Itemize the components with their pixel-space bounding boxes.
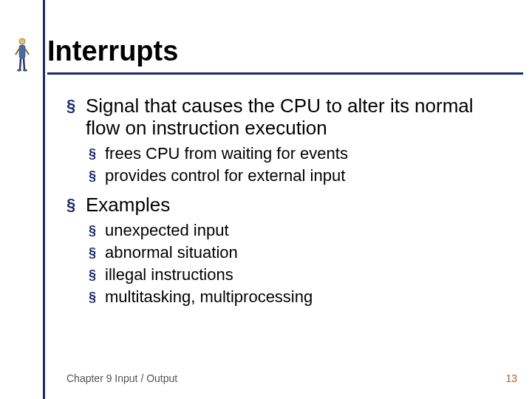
bullet-text: Signal that causes the CPU to alter its … <box>86 95 510 139</box>
bullet-level2: § frees CPU from waiting for events <box>89 143 510 164</box>
decorative-figure-icon <box>13 37 31 72</box>
title-underline <box>47 72 523 75</box>
svg-rect-1 <box>19 45 25 58</box>
svg-line-2 <box>16 49 19 55</box>
svg-line-5 <box>24 58 24 69</box>
footer-chapter: Chapter 9 Input / Output <box>66 372 177 384</box>
bullet-glyph: § <box>66 194 86 216</box>
svg-point-0 <box>19 38 25 44</box>
bullet-glyph: § <box>89 220 105 241</box>
footer-page-number: 13 <box>505 372 517 384</box>
bullet-level2: § abnormal situation <box>89 242 510 263</box>
bullet-glyph: § <box>89 287 105 307</box>
bullet-level2: § multitasking, multiprocessing <box>89 287 510 307</box>
bullet-glyph: § <box>89 166 105 186</box>
bullet-level2: § provides control for external input <box>89 166 510 186</box>
svg-point-7 <box>23 69 27 72</box>
bullet-glyph: § <box>89 265 105 285</box>
bullet-text: unexpected input <box>105 220 229 241</box>
bullet-text: Examples <box>86 194 170 216</box>
bullet-text: frees CPU from waiting for events <box>105 143 348 164</box>
sub-bullet-group: § frees CPU from waiting for events § pr… <box>89 143 510 186</box>
bullet-level2: § unexpected input <box>89 220 510 241</box>
bullet-text: provides control for external input <box>105 166 345 186</box>
svg-line-4 <box>20 58 21 69</box>
bullet-text: illegal instructions <box>105 265 233 285</box>
bullet-level1: § Examples <box>66 194 510 216</box>
bullet-text: multitasking, multiprocessing <box>105 287 313 307</box>
slide-title-wrap: Interrupts <box>47 37 517 66</box>
bullet-glyph: § <box>89 242 105 263</box>
slide-title: Interrupts <box>47 37 517 66</box>
bullet-glyph: § <box>66 95 86 139</box>
bullet-glyph: § <box>89 143 105 164</box>
bullet-level2: § illegal instructions <box>89 265 510 285</box>
svg-line-3 <box>25 49 29 55</box>
svg-point-6 <box>17 69 21 72</box>
vertical-divider <box>43 0 45 399</box>
bullet-text: abnormal situation <box>105 242 238 263</box>
sub-bullet-group: § unexpected input § abnormal situation … <box>89 220 510 307</box>
bullet-level1: § Signal that causes the CPU to alter it… <box>66 95 510 139</box>
slide-content: § Signal that causes the CPU to alter it… <box>66 90 510 315</box>
